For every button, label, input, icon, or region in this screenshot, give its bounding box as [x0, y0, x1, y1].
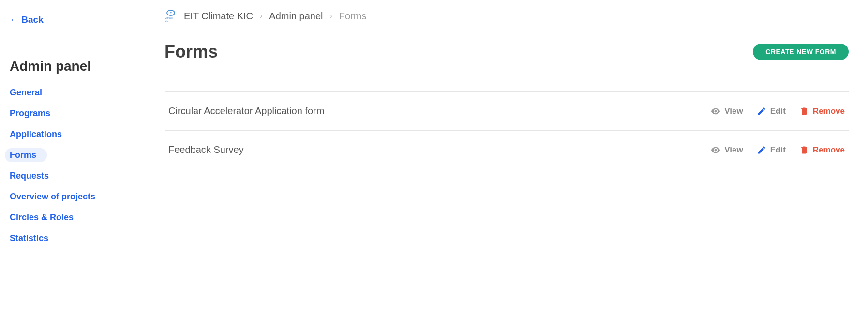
form-row: Circular Accelerator Application form Vi… — [165, 92, 849, 131]
form-name: Circular Accelerator Application form — [168, 106, 324, 117]
view-button[interactable]: View — [711, 106, 743, 116]
sidebar: ← Back Admin panel General Programs Appl… — [0, 0, 145, 319]
breadcrumb-panel[interactable]: Admin panel — [269, 11, 323, 22]
forms-list: Circular Accelerator Application form Vi… — [165, 91, 849, 169]
edit-label: Edit — [770, 106, 786, 116]
eye-icon — [711, 106, 720, 116]
sidebar-divider — [10, 45, 123, 45]
view-label: View — [724, 106, 743, 116]
org-logo: ✦ Climate-KIC — [165, 10, 177, 22]
sidebar-nav: General Programs Applications Forms Requ… — [10, 86, 135, 245]
chevron-right-icon: › — [330, 12, 332, 20]
breadcrumb-org[interactable]: EIT Climate KIC — [184, 11, 253, 22]
pencil-icon — [757, 145, 766, 155]
sidebar-item-overview-projects[interactable]: Overview of projects — [10, 190, 100, 204]
remove-label: Remove — [813, 106, 845, 116]
eye-icon — [711, 145, 720, 155]
page-title: Forms — [165, 42, 218, 62]
create-new-form-button[interactable]: CREATE NEW FORM — [753, 44, 849, 60]
edit-button[interactable]: Edit — [757, 145, 786, 155]
remove-button[interactable]: Remove — [799, 106, 845, 116]
trash-icon — [799, 145, 809, 155]
form-row: Feedback Survey View Edit — [165, 131, 849, 169]
breadcrumb: ✦ Climate-KIC EIT Climate KIC › Admin pa… — [165, 10, 849, 22]
sidebar-item-general[interactable]: General — [10, 86, 47, 100]
remove-button[interactable]: Remove — [799, 145, 845, 155]
sidebar-item-statistics[interactable]: Statistics — [10, 231, 53, 245]
page-header: Forms CREATE NEW FORM — [165, 42, 849, 62]
sidebar-item-forms[interactable]: Forms — [5, 148, 47, 162]
breadcrumb-current: Forms — [339, 11, 367, 22]
form-actions: View Edit Remove — [711, 145, 845, 155]
form-name: Feedback Survey — [168, 144, 244, 155]
view-button[interactable]: View — [711, 145, 743, 155]
view-label: View — [724, 145, 743, 155]
edit-button[interactable]: Edit — [757, 106, 786, 116]
trash-icon — [799, 106, 809, 116]
sidebar-item-applications[interactable]: Applications — [10, 127, 67, 141]
main-content: ✦ Climate-KIC EIT Climate KIC › Admin pa… — [145, 0, 868, 319]
sidebar-item-circles-roles[interactable]: Circles & Roles — [10, 211, 78, 225]
edit-label: Edit — [770, 145, 786, 155]
pencil-icon — [757, 106, 766, 116]
back-link[interactable]: ← Back — [10, 15, 135, 35]
remove-label: Remove — [813, 145, 845, 155]
sidebar-title: Admin panel — [10, 59, 135, 74]
sidebar-item-requests[interactable]: Requests — [10, 169, 54, 183]
chevron-right-icon: › — [260, 12, 262, 20]
sidebar-item-programs[interactable]: Programs — [10, 106, 55, 121]
form-actions: View Edit Remove — [711, 106, 845, 116]
